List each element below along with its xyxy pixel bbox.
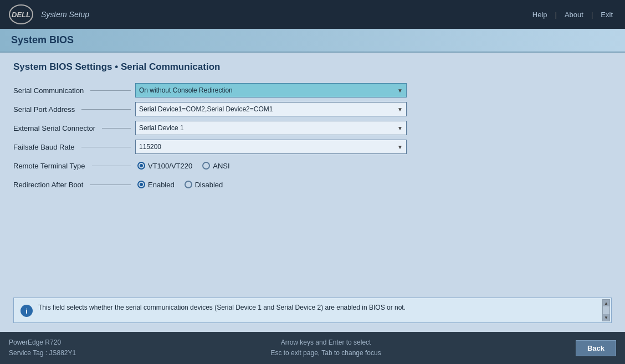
- main-content: System BIOS System BIOS Settings • Seria…: [0, 29, 625, 332]
- radio-label-vt100: VT100/VT220: [148, 162, 192, 170]
- setting-label-external-serial-connector: External Serial Connector: [13, 124, 135, 132]
- dell-logo-text: DELL: [12, 11, 30, 19]
- setting-label-serial-port-address: Serial Port Address: [13, 105, 135, 114]
- setting-label-serial-communication: Serial Communication: [13, 86, 135, 95]
- dropdown-failsafe-baud-rate[interactable]: 115200 ▼: [135, 140, 407, 154]
- dropdown-arrow-icon: ▼: [397, 125, 403, 131]
- about-link[interactable]: About: [561, 11, 587, 19]
- bottom-center: Arrow keys and Enter to select Esc to ex…: [270, 337, 381, 358]
- settings-area: Serial Communication On without Console …: [13, 83, 612, 293]
- system-setup-label: System Setup: [41, 10, 89, 19]
- help-link[interactable]: Help: [529, 11, 551, 19]
- page-title: System BIOS Settings • Serial Communicat…: [13, 61, 612, 73]
- radio-vt100[interactable]: VT100/VT220: [137, 162, 192, 170]
- top-bar-right: Help | About | Exit: [529, 11, 616, 19]
- radio-disabled[interactable]: Disabled: [185, 181, 223, 189]
- remote-terminal-type-control: VT100/VT220 ANSI: [135, 162, 230, 170]
- system-model: PowerEdge R720: [9, 337, 76, 348]
- setting-label-failsafe-baud-rate: Failsafe Baud Rate: [13, 143, 135, 151]
- setting-line: [102, 128, 131, 129]
- setting-row-redirection-after-boot: Redirection After Boot Enabled Disabled: [13, 177, 612, 192]
- serial-communication-dropdown[interactable]: On without Console Redirection ▼: [135, 83, 407, 98]
- info-scrollbar[interactable]: ▲ ▼: [602, 299, 610, 321]
- dropdown-serial-communication[interactable]: On without Console Redirection ▼: [135, 83, 407, 98]
- setting-row-serial-port-address: Serial Port Address Serial Device1=COM2,…: [13, 101, 612, 117]
- dropdown-arrow-icon: ▼: [397, 144, 403, 150]
- service-tag: Service Tag : JS882Y1: [9, 348, 76, 358]
- scroll-down-arrow-icon[interactable]: ▼: [603, 314, 609, 321]
- info-box: i This field selects whether the serial …: [13, 298, 612, 323]
- redirection-after-boot-radio-group: Enabled Disabled: [135, 181, 223, 189]
- scroll-up-arrow-icon[interactable]: ▲: [603, 300, 609, 306]
- setting-row-failsafe-baud-rate: Failsafe Baud Rate 115200 ▼: [13, 139, 612, 155]
- dropdown-arrow-icon: ▼: [397, 88, 403, 94]
- setting-line: [81, 109, 131, 110]
- radio-label-enabled: Enabled: [148, 181, 175, 189]
- bios-header: System BIOS: [0, 29, 625, 53]
- instructions-line2: Esc to exit page, Tab to change focus: [270, 348, 381, 358]
- instructions-line1: Arrow keys and Enter to select: [270, 337, 381, 348]
- radio-label-ansi: ANSI: [213, 162, 229, 170]
- back-button[interactable]: Back: [576, 340, 616, 356]
- setting-line: [92, 166, 131, 166]
- bottom-left: PowerEdge R720 Service Tag : JS882Y1: [9, 337, 76, 358]
- bios-header-title: System BIOS: [11, 34, 74, 45]
- setting-line: [90, 90, 131, 91]
- page-content: System BIOS Settings • Serial Communicat…: [0, 53, 625, 332]
- divider2: |: [588, 11, 596, 19]
- setting-line: [81, 147, 131, 147]
- top-bar-left: DELL System Setup: [9, 4, 89, 24]
- external-serial-connector-dropdown[interactable]: Serial Device 1 ▼: [135, 121, 407, 135]
- failsafe-baud-rate-dropdown[interactable]: 115200 ▼: [135, 140, 407, 154]
- setting-row-serial-communication: Serial Communication On without Console …: [13, 83, 612, 98]
- setting-row-remote-terminal-type: Remote Terminal Type VT100/VT220 ANSI: [13, 158, 612, 173]
- dropdown-external-serial-connector[interactable]: Serial Device 1 ▼: [135, 121, 407, 135]
- top-bar: DELL System Setup Help | About | Exit: [0, 0, 625, 29]
- setting-line: [90, 184, 131, 185]
- info-icon: i: [21, 305, 33, 317]
- serial-port-address-dropdown[interactable]: Serial Device1=COM2,Serial Device2=COM1 …: [135, 102, 407, 116]
- remote-terminal-type-radio-group: VT100/VT220 ANSI: [135, 162, 230, 170]
- radio-dot-disabled[interactable]: [185, 181, 192, 188]
- dell-logo: DELL: [9, 4, 33, 24]
- divider1: |: [552, 11, 560, 19]
- setting-label-redirection-after-boot: Redirection After Boot: [13, 181, 135, 189]
- dropdown-arrow-icon: ▼: [397, 106, 403, 112]
- setting-row-external-serial-connector: External Serial Connector Serial Device …: [13, 120, 612, 136]
- setting-label-remote-terminal-type: Remote Terminal Type: [13, 162, 135, 170]
- redirection-after-boot-control: Enabled Disabled: [135, 181, 223, 189]
- info-text: This field selects whether the serial co…: [38, 304, 406, 311]
- bottom-bar: PowerEdge R720 Service Tag : JS882Y1 Arr…: [0, 332, 625, 364]
- radio-ansi[interactable]: ANSI: [202, 162, 229, 170]
- radio-dot-vt100[interactable]: [137, 162, 145, 170]
- exit-link[interactable]: Exit: [597, 11, 616, 19]
- radio-label-disabled: Disabled: [195, 181, 223, 189]
- radio-dot-ansi[interactable]: [202, 162, 210, 170]
- radio-dot-enabled[interactable]: [137, 181, 145, 188]
- dropdown-serial-port-address[interactable]: Serial Device1=COM2,Serial Device2=COM1 …: [135, 102, 407, 116]
- radio-enabled[interactable]: Enabled: [137, 181, 175, 189]
